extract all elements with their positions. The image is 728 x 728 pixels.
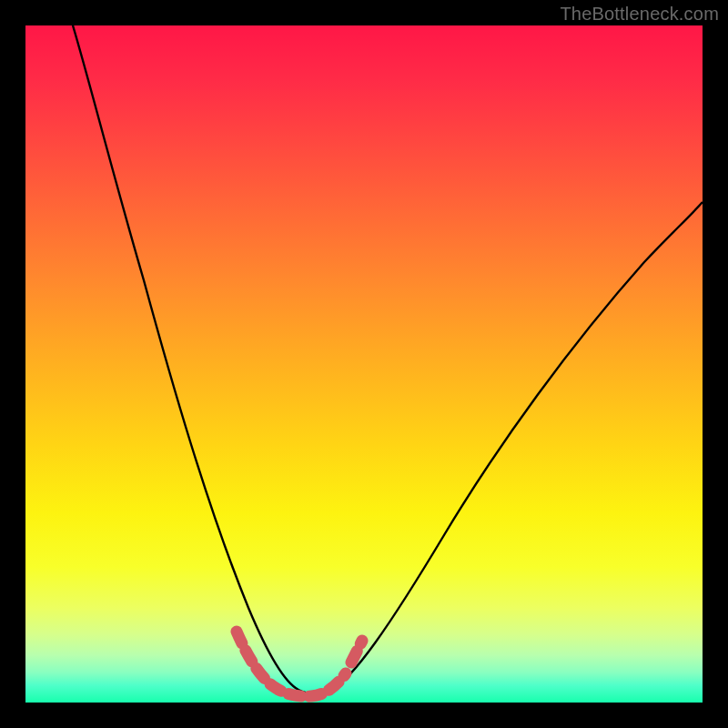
- chart-frame: TheBottleneck.com: [0, 0, 728, 728]
- plot-area: [25, 25, 703, 703]
- watermark-text: TheBottleneck.com: [560, 4, 719, 25]
- curve-layer: [25, 25, 703, 703]
- highlight-segment: [237, 632, 362, 696]
- bottleneck-curve: [73, 25, 703, 694]
